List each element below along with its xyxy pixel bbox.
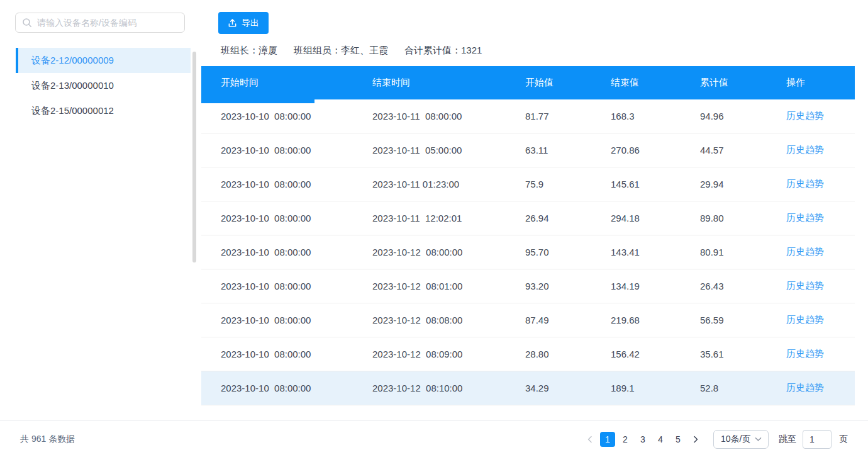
cell-start-value: 28.80 <box>525 349 611 359</box>
jump-suffix-label: 页 <box>839 434 848 445</box>
next-page-button[interactable] <box>688 432 703 447</box>
chevron-right-icon <box>692 436 699 443</box>
cell-action: 历史趋势 <box>786 280 855 292</box>
table-row: 2023-10-10 08:00:002023-10-12 08:01:0093… <box>201 269 855 303</box>
column-header: 开始时间 <box>201 77 372 89</box>
history-trend-link[interactable]: 历史趋势 <box>786 348 824 359</box>
history-trend-link[interactable]: 历史趋势 <box>786 212 824 223</box>
cell-end-time: 2023-10-12 08:01:00 <box>372 281 525 291</box>
cell-end-value: 294.18 <box>611 213 700 223</box>
cell-end-value: 270.86 <box>611 145 700 155</box>
cell-action: 历史趋势 <box>786 348 855 360</box>
prev-page-button[interactable] <box>582 432 598 447</box>
device-search-input[interactable] <box>37 18 178 28</box>
cell-end-time: 2023-10-12 08:00:00 <box>372 247 525 257</box>
history-trend-link[interactable]: 历史趋势 <box>786 280 824 291</box>
sidebar-device-item[interactable]: 设备2-13/00000010 <box>16 73 191 98</box>
cell-start-value: 63.11 <box>525 145 611 155</box>
app-root: 设备2-12/00000009设备2-13/00000010设备2-15/000… <box>0 0 868 457</box>
history-trend-link[interactable]: 历史趋势 <box>786 144 824 155</box>
page-button-1[interactable]: 1 <box>600 432 615 447</box>
team-leader-info: 班组长：漳厦 <box>221 45 277 57</box>
team-leader-value: 漳厦 <box>259 45 277 55</box>
cell-total: 35.61 <box>700 349 786 359</box>
jump-to-label: 跳至 <box>779 434 796 445</box>
cell-start-value: 75.9 <box>525 179 611 189</box>
cell-total: 56.59 <box>700 315 786 325</box>
sidebar-device-item[interactable]: 设备2-12/00000009 <box>16 48 191 73</box>
page-button-2[interactable]: 2 <box>618 432 633 447</box>
cell-start-value: 95.70 <box>525 247 611 257</box>
cell-total: 80.91 <box>700 247 786 257</box>
cell-total: 94.96 <box>700 111 786 121</box>
cell-start-value: 26.94 <box>525 213 611 223</box>
cell-start-value: 93.20 <box>525 281 611 291</box>
cell-action: 历史趋势 <box>786 178 855 190</box>
history-trend-link[interactable]: 历史趋势 <box>786 382 824 393</box>
history-trend-link[interactable]: 历史趋势 <box>786 246 824 257</box>
table-row: 2023-10-10 08:00:002023-10-11 12:02:0126… <box>201 201 855 235</box>
cell-start-time: 2023-10-10 08:00:00 <box>201 179 372 189</box>
cell-action: 历史趋势 <box>786 382 855 394</box>
total-accumulated-value: 1321 <box>461 45 482 55</box>
column-header: 操作 <box>786 77 855 89</box>
history-trend-link[interactable]: 历史趋势 <box>786 110 824 121</box>
device-label: 设备2-12/00000009 <box>31 55 114 67</box>
device-search-box <box>15 13 185 33</box>
cell-total: 89.80 <box>700 213 786 223</box>
device-label: 设备2-13/00000010 <box>31 80 114 92</box>
team-members-label: 班组组员： <box>294 45 341 55</box>
cell-end-value: 134.19 <box>611 281 700 291</box>
sidebar-scrollbar-thumb[interactable] <box>192 52 196 262</box>
page-size-select[interactable]: 10条/页 <box>713 430 769 449</box>
cell-total: 44.57 <box>700 145 786 155</box>
chevron-left-icon <box>586 436 594 443</box>
table-row: 2023-10-10 08:00:002023-10-12 08:09:0028… <box>201 337 855 371</box>
cell-end-value: 189.1 <box>611 383 700 393</box>
cell-end-value: 156.42 <box>611 349 700 359</box>
table-header-notch <box>201 99 314 103</box>
table-row: 2023-10-10 08:00:002023-10-11 08:00:0081… <box>201 99 855 133</box>
cell-end-value: 145.61 <box>611 179 700 189</box>
chevron-down-icon <box>755 436 762 443</box>
cell-total: 26.43 <box>700 281 786 291</box>
cell-start-value: 34.29 <box>525 383 611 393</box>
cell-action: 历史趋势 <box>786 110 855 122</box>
cell-end-time: 2023-10-12 08:08:00 <box>372 315 525 325</box>
table-row: 2023-10-10 08:00:002023-10-11 05:00:0063… <box>201 133 855 167</box>
pagination: 12345 10条/页 跳至 页 <box>581 430 848 449</box>
data-table: 开始时间结束时间开始值结束值累计值操作 2023-10-10 08:00:002… <box>201 66 855 405</box>
cell-start-time: 2023-10-10 08:00:00 <box>201 281 372 291</box>
sidebar-device-item[interactable]: 设备2-15/00000012 <box>16 98 191 123</box>
export-button[interactable]: 导出 <box>218 12 269 34</box>
table-header-row: 开始时间结束时间开始值结束值累计值操作 <box>201 66 855 99</box>
table-body: 2023-10-10 08:00:002023-10-11 08:00:0081… <box>201 99 855 405</box>
team-members-info: 班组组员：李红、王霞 <box>294 45 388 57</box>
table-row: 2023-10-10 08:00:002023-10-12 08:00:0095… <box>201 235 855 269</box>
cell-end-time: 2023-10-11 05:00:00 <box>372 145 525 155</box>
jump-page-input[interactable] <box>803 430 832 449</box>
cell-end-value: 168.3 <box>611 111 700 121</box>
cell-start-value: 87.49 <box>525 315 611 325</box>
column-header: 结束值 <box>611 77 700 89</box>
cell-end-time: 2023-10-11 12:02:01 <box>372 213 525 223</box>
cell-total: 52.8 <box>700 383 786 393</box>
column-header: 开始值 <box>525 77 611 89</box>
history-trend-link[interactable]: 历史趋势 <box>786 178 824 189</box>
column-header: 结束时间 <box>372 77 525 89</box>
team-members-value: 李红、王霞 <box>341 45 388 55</box>
device-label: 设备2-15/00000012 <box>31 105 114 117</box>
cell-action: 历史趋势 <box>786 314 855 326</box>
page-size-value: 10条/页 <box>721 434 750 445</box>
total-count-text: 共 961 条数据 <box>20 434 75 445</box>
cell-action: 历史趋势 <box>786 212 855 224</box>
page-button-4[interactable]: 4 <box>653 432 668 447</box>
table-row: 2023-10-10 08:00:002023-10-11 01:23:0075… <box>201 167 855 201</box>
table-row: 2023-10-10 08:00:002023-10-12 08:10:0034… <box>201 371 855 405</box>
cell-start-time: 2023-10-10 08:00:00 <box>201 145 372 155</box>
page-button-5[interactable]: 5 <box>670 432 686 447</box>
page-button-3[interactable]: 3 <box>635 432 650 447</box>
history-trend-link[interactable]: 历史趋势 <box>786 314 824 325</box>
cell-start-time: 2023-10-10 08:00:00 <box>201 213 372 223</box>
cell-end-time: 2023-10-11 08:00:00 <box>372 111 525 121</box>
